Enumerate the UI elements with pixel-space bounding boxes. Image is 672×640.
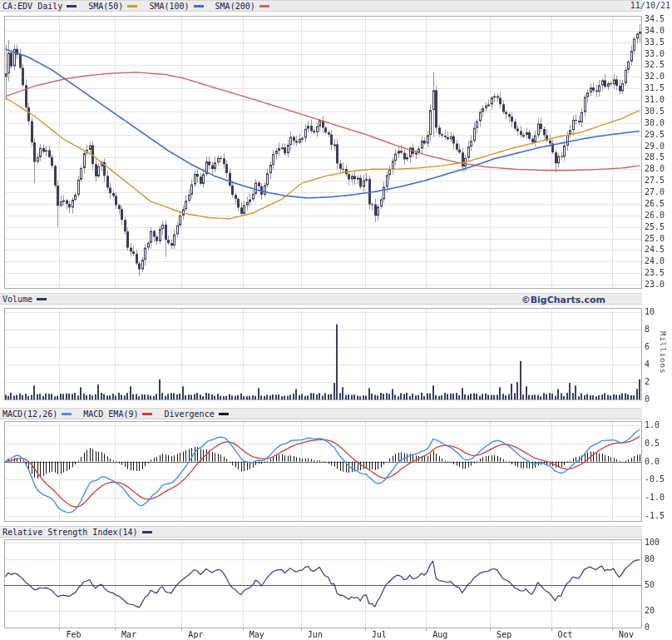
y-axis-tick-label: 24.5 xyxy=(645,245,665,254)
y-axis-tick-label: 0.0 xyxy=(645,457,660,466)
y-axis-tick-label: 23.0 xyxy=(645,280,665,289)
x-axis-month-label: Nov xyxy=(619,630,634,639)
volume-header-bar: Volume ©BigCharts.com xyxy=(0,293,642,305)
y-axis-tick-label: 100 xyxy=(645,538,660,547)
y-axis-tick-label: 50 xyxy=(645,580,655,589)
y-axis-tick-label: 30.5 xyxy=(645,107,665,116)
legend-item-macd-ema: MACD EMA(9) xyxy=(83,409,152,419)
volume-chart-canvas xyxy=(0,305,672,404)
rsi-header-bar: Relative Strength Index(14) xyxy=(0,526,642,538)
y-axis-tick-label: 29.0 xyxy=(645,141,665,151)
sma100-label: SMA(100) xyxy=(149,2,189,11)
y-axis-tick-label: 33.0 xyxy=(645,49,665,58)
price-chart-canvas xyxy=(0,12,672,290)
x-axis-month-label: Mar xyxy=(121,630,136,639)
y-axis-tick-label: 2 xyxy=(645,377,650,386)
x-axis-month-label: Jun xyxy=(308,630,323,639)
y-axis-tick-label: 24.0 xyxy=(645,256,665,265)
y-axis-tick-label: 29.5 xyxy=(645,130,665,139)
x-axis-month-label: Feb xyxy=(66,630,81,639)
y-axis-tick-label: 33.5 xyxy=(645,37,665,47)
y-axis-tick-label: 31.0 xyxy=(645,95,665,104)
x-axis-month-label: Jul xyxy=(372,630,387,639)
y-axis-tick-label: 10 xyxy=(645,307,655,316)
y-axis-tick-label: 20 xyxy=(645,606,655,615)
divergence-label: Divergence xyxy=(164,409,214,419)
y-axis-tick-label: 0 xyxy=(645,394,650,404)
sma200-swatch xyxy=(259,5,269,7)
rsi-swatch xyxy=(142,531,152,533)
sma100-swatch xyxy=(194,5,204,7)
symbol-label: CA:EDV Daily xyxy=(2,2,62,11)
legend-item-sma100: SMA(100) xyxy=(149,2,203,11)
x-axis-month-label: Oct xyxy=(558,630,573,639)
y-axis-tick-label: 25.0 xyxy=(645,234,665,243)
macd-line-swatch xyxy=(62,413,72,415)
y-axis-tick-label: 4 xyxy=(645,360,650,369)
macd-chart-canvas xyxy=(0,419,672,524)
sma50-swatch xyxy=(127,5,137,7)
legend-item-symbol: CA:EDV Daily xyxy=(2,2,77,11)
y-axis-tick-label: 28.5 xyxy=(645,152,665,161)
legend-item-macd: MACD(12,26) xyxy=(2,409,72,419)
y-axis-tick-label: 26.5 xyxy=(645,199,665,208)
stock-chart-page: CA:EDV Daily SMA(50) SMA(100) SMA(200) 1… xyxy=(0,0,672,640)
macd-line-label: MACD(12,26) xyxy=(2,409,57,419)
y-axis-tick-label: -0.5 xyxy=(645,474,665,484)
price-series-swatch xyxy=(67,5,77,7)
y-axis-tick-label: 31.5 xyxy=(645,83,665,92)
x-axis-month-label: May xyxy=(250,630,264,639)
y-axis-tick-label: 23.5 xyxy=(645,268,665,277)
y-axis-tick-label: 8 xyxy=(645,325,650,334)
legend-item-volume: Volume xyxy=(2,295,47,304)
macd-header-bar: MACD(12,26) MACD EMA(9) Divergence xyxy=(0,408,642,419)
y-axis-tick-label: 32.5 xyxy=(645,60,665,69)
rsi-chart-canvas xyxy=(0,538,672,632)
legend-item-sma50: SMA(50) xyxy=(88,2,137,11)
y-axis-tick-label: 34.5 xyxy=(645,14,665,23)
y-axis-tick-label: 26.0 xyxy=(645,211,665,220)
millions-axis-label: Millions xyxy=(659,331,667,374)
y-axis-tick-label: 30.0 xyxy=(645,118,665,127)
price-legend-bar: CA:EDV Daily SMA(50) SMA(100) SMA(200) xyxy=(0,0,642,12)
y-axis-tick-label: 27.5 xyxy=(645,176,665,185)
legend-item-sma200: SMA(200) xyxy=(215,2,269,11)
y-axis-tick-label: 34.0 xyxy=(645,26,665,35)
divergence-swatch xyxy=(219,413,229,415)
y-axis-tick-label: 6 xyxy=(645,342,650,351)
macd-ema-swatch xyxy=(142,413,152,415)
x-axis-month-label: Apr xyxy=(188,630,203,639)
y-axis-tick-label: 80 xyxy=(645,554,655,563)
y-axis-tick-label: 28.0 xyxy=(645,164,665,173)
y-axis-tick-label: 25.5 xyxy=(645,222,665,231)
last-date-label: 11/10/21 xyxy=(630,1,670,10)
y-axis-tick-label: 1.0 xyxy=(645,420,660,429)
y-axis-tick-label: 0.5 xyxy=(645,439,660,448)
x-axis-month-label: Sep xyxy=(497,630,511,639)
volume-label: Volume xyxy=(2,295,32,304)
y-axis-tick-label: 0 xyxy=(645,623,650,632)
legend-item-rsi: Relative Strength Index(14) xyxy=(2,528,152,537)
y-axis-tick-label: -1.5 xyxy=(645,511,665,520)
legend-item-divergence: Divergence xyxy=(164,409,228,419)
volume-swatch xyxy=(37,298,47,300)
y-axis-tick-label: 27.0 xyxy=(645,187,665,196)
rsi-label: Relative Strength Index(14) xyxy=(2,528,138,537)
y-axis-tick-label: -1.0 xyxy=(645,493,665,502)
y-axis-tick-label: 32.0 xyxy=(645,72,665,81)
sma200-label: SMA(200) xyxy=(215,2,255,11)
macd-ema-label: MACD EMA(9) xyxy=(83,409,138,419)
sma50-label: SMA(50) xyxy=(88,2,123,11)
x-axis-month-label: Aug xyxy=(432,630,447,639)
